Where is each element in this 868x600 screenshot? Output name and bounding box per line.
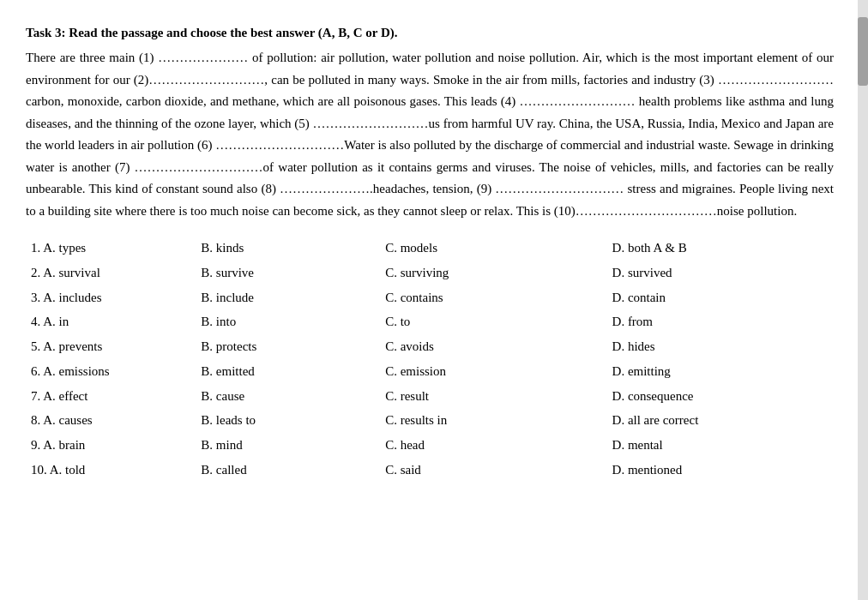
answer-c: C. surviving [380, 261, 606, 285]
answer-d: D. emitting [607, 359, 834, 384]
answer-c: C. models [380, 236, 606, 261]
table-row: 8. A. causesB. leads toC. results inD. a… [26, 408, 834, 433]
answer-b: B. called [196, 458, 380, 483]
answer-c: C. said [380, 458, 606, 483]
table-row: 10. A. toldB. calledC. saidD. mentioned [26, 458, 834, 483]
answer-c: C. results in [380, 408, 606, 433]
answer-d: D. contain [607, 285, 834, 310]
question-number: 1. A. types [26, 236, 196, 261]
answer-d: D. mental [607, 433, 834, 458]
answer-d: D. survived [607, 261, 834, 285]
question-number: 7. A. effect [26, 384, 196, 409]
passage: There are three main (1) ………………… of poll… [26, 47, 834, 222]
answer-d: D. mentioned [607, 458, 834, 483]
answer-b: B. mind [196, 433, 380, 458]
answer-b: B. cause [196, 384, 380, 409]
question-number: 2. A. survival [26, 261, 196, 285]
task-title: Task 3: Read the passage and choose the … [26, 26, 834, 40]
table-row: 3. A. includesB. includeC. containsD. co… [26, 285, 834, 310]
table-row: 1. A. typesB. kindsC. modelsD. both A & … [26, 236, 834, 261]
table-row: 9. A. brainB. mindC. headD. mental [26, 433, 834, 458]
table-row: 4. A. inB. intoC. toD. from [26, 309, 834, 334]
question-number: 10. A. told [26, 458, 196, 483]
answer-d: D. from [607, 309, 834, 334]
answer-b: B. emitted [196, 359, 380, 384]
answer-c: C. contains [380, 285, 606, 310]
table-row: 7. A. effectB. causeC. resultD. conseque… [26, 384, 834, 409]
question-number: 3. A. includes [26, 285, 196, 310]
answer-d: D. consequence [607, 384, 834, 409]
passage-line-1: There are three main (1) ………………… of poll… [26, 51, 834, 218]
answer-b: B. leads to [196, 408, 380, 433]
answer-b: B. kinds [196, 236, 380, 261]
answer-c: C. avoids [380, 334, 606, 359]
answer-b: B. protects [196, 334, 380, 359]
question-number: 5. A. prevents [26, 334, 196, 359]
scrollbar[interactable] [858, 0, 868, 600]
answer-b: B. survive [196, 261, 380, 285]
question-number: 8. A. causes [26, 408, 196, 433]
answer-d: D. both A & B [607, 236, 834, 261]
table-row: 2. A. survivalB. surviveC. survivingD. s… [26, 261, 834, 285]
table-row: 6. A. emissionsB. emittedC. emissionD. e… [26, 359, 834, 384]
answer-d: D. all are correct [607, 408, 834, 433]
answer-table: 1. A. typesB. kindsC. modelsD. both A & … [26, 236, 834, 483]
scrollbar-thumb[interactable] [858, 17, 868, 86]
answer-d: D. hides [607, 334, 834, 359]
question-number: 9. A. brain [26, 433, 196, 458]
question-number: 6. A. emissions [26, 359, 196, 384]
answer-c: C. result [380, 384, 606, 409]
question-number: 4. A. in [26, 309, 196, 334]
answer-b: B. into [196, 309, 380, 334]
answer-c: C. to [380, 309, 606, 334]
answer-c: C. emission [380, 359, 606, 384]
table-row: 5. A. preventsB. protectsC. avoidsD. hid… [26, 334, 834, 359]
answer-b: B. include [196, 285, 380, 310]
answer-c: C. head [380, 433, 606, 458]
